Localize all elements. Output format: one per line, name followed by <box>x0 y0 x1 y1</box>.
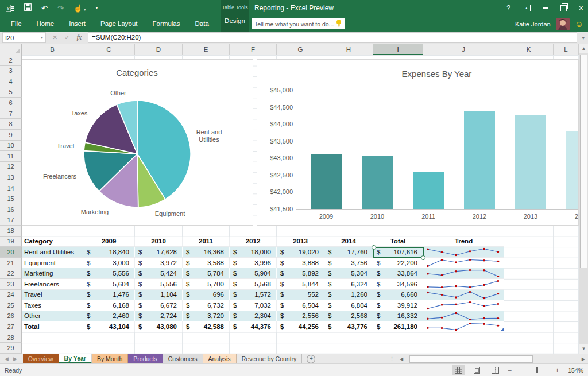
row-header-23[interactable]: 23 <box>0 279 22 290</box>
table-cell[interactable]: $5,844 <box>277 279 324 289</box>
ribbon-tab-page-layout[interactable]: Page Layout <box>93 16 145 32</box>
row-header-13[interactable]: 13 <box>0 172 22 183</box>
table-cell[interactable]: $6,732 <box>183 300 230 311</box>
table-cell[interactable]: $34,596 <box>373 279 423 289</box>
row-header-2[interactable]: 2 <box>0 55 22 66</box>
cancel-icon[interactable]: ✕ <box>52 34 57 41</box>
row-header-29[interactable]: 29 <box>0 343 22 354</box>
bar-2014[interactable] <box>566 131 579 209</box>
sheet-tab-analysis[interactable]: Analysis <box>203 354 237 363</box>
category-cell[interactable]: Taxes <box>22 300 83 311</box>
table-cell[interactable]: $5,556 <box>135 279 183 289</box>
column-header-H[interactable]: H <box>324 44 373 55</box>
column-header-I[interactable]: I <box>373 44 423 55</box>
table-cell[interactable]: $6,672 <box>135 300 183 311</box>
bar-2009[interactable] <box>311 154 342 209</box>
row-header-18[interactable]: 18 <box>0 226 22 237</box>
sheet-tab-revenue-by-country[interactable]: Revenue by Country <box>237 354 303 363</box>
sheet-nav-right-icon[interactable]: ▶ <box>13 356 17 362</box>
name-box[interactable]: I20 ▾ <box>2 32 46 43</box>
row-header-20[interactable]: 20 <box>0 247 22 258</box>
user-name[interactable]: Katie Jordan <box>515 21 551 28</box>
sheet-tab-products[interactable]: Products <box>128 354 163 363</box>
table-cell[interactable]: $39,912 <box>373 300 423 311</box>
insert-function-icon[interactable]: fx <box>76 33 82 42</box>
table-cell[interactable]: $5,304 <box>324 268 373 278</box>
horizontal-scrollbar-thumb[interactable] <box>409 355 533 363</box>
row-header-28[interactable]: 28 <box>0 332 22 343</box>
scroll-down-icon[interactable]: ▼ <box>579 344 588 354</box>
table-cell[interactable]: $2,304 <box>230 311 277 321</box>
row-header-3[interactable]: 3 <box>0 66 22 77</box>
table-cell[interactable] <box>423 268 504 278</box>
table-cell[interactable] <box>423 247 504 257</box>
row-header-22[interactable]: 22 <box>0 268 22 279</box>
table-cell[interactable]: $5,556 <box>83 268 135 278</box>
row-header-12[interactable]: 12 <box>0 162 22 173</box>
table-cell[interactable]: 2010 <box>135 237 183 247</box>
vertical-scrollbar[interactable]: ▲ ▼ <box>579 44 588 354</box>
zoom-out-icon[interactable]: − <box>508 366 512 374</box>
table-cell[interactable]: $19,020 <box>277 247 324 257</box>
table-cell[interactable] <box>423 290 504 300</box>
table-cell[interactable]: $3,588 <box>183 258 230 268</box>
ribbon-tab-insert[interactable]: Insert <box>61 16 93 32</box>
table-cell[interactable]: $5,892 <box>277 268 324 278</box>
zoom-slider[interactable] <box>516 370 551 370</box>
zoom-slider-thumb[interactable] <box>536 367 538 373</box>
row-header-4[interactable]: 4 <box>0 76 22 87</box>
bar-2011[interactable] <box>413 172 444 209</box>
table-cell[interactable]: $44,376 <box>230 321 277 332</box>
pie-chart-panel[interactable]: Categories Rent and UtilitiesEquipmentMa… <box>21 59 253 226</box>
table-cell[interactable]: $1,260 <box>324 290 373 300</box>
minimize-icon[interactable] <box>543 7 548 9</box>
select-all-corner[interactable] <box>0 44 22 55</box>
table-cell[interactable]: $5,784 <box>183 268 230 278</box>
table-cell[interactable]: $5,700 <box>183 279 230 289</box>
table-cell[interactable]: 2013 <box>277 237 324 247</box>
help-icon[interactable]: ? <box>506 5 510 11</box>
row-header-19[interactable]: 19 <box>0 237 22 247</box>
restore-icon[interactable] <box>560 5 567 11</box>
table-cell[interactable]: 2011 <box>183 237 230 247</box>
column-header-F[interactable]: F <box>230 44 277 55</box>
table-cell[interactable]: $2,460 <box>83 311 135 321</box>
column-header-C[interactable]: C <box>83 44 135 55</box>
table-cell[interactable]: $5,424 <box>135 268 183 278</box>
user-avatar[interactable] <box>556 18 570 30</box>
table-cell[interactable]: $3,756 <box>324 258 373 268</box>
normal-view-button[interactable] <box>452 365 465 375</box>
new-sheet-button[interactable]: + <box>307 355 315 363</box>
table-cell[interactable] <box>423 321 504 332</box>
table-cell[interactable]: $1,476 <box>83 290 135 300</box>
table-cell[interactable]: $17,628 <box>135 247 183 257</box>
table-cell[interactable]: $5,604 <box>83 279 135 289</box>
table-cell[interactable]: $3,996 <box>230 258 277 268</box>
table-cell[interactable]: $107,616 <box>373 247 423 257</box>
table-cell[interactable]: $5,568 <box>230 279 277 289</box>
column-header-B[interactable]: B <box>22 44 83 55</box>
horizontal-scrollbar-track[interactable] <box>406 355 579 363</box>
close-icon[interactable]: × <box>579 4 583 12</box>
row-header-6[interactable]: 6 <box>0 98 22 108</box>
table-cell[interactable]: $17,760 <box>324 247 373 257</box>
row-header-26[interactable]: 26 <box>0 311 22 322</box>
sheet-nav-left-icon[interactable]: ◀ <box>5 356 9 362</box>
page-break-preview-button[interactable] <box>489 365 502 375</box>
category-cell[interactable]: Equipment <box>22 258 83 268</box>
tab-design[interactable]: Design <box>221 17 249 24</box>
table-cell[interactable] <box>423 311 504 321</box>
row-header-9[interactable]: 9 <box>0 130 22 141</box>
expand-formula-bar-icon[interactable]: ▾ <box>578 35 588 41</box>
table-cell[interactable]: 2012 <box>230 237 277 247</box>
row-header-21[interactable]: 21 <box>0 258 22 269</box>
table-cell[interactable]: $552 <box>277 290 324 300</box>
table-cell[interactable]: $18,000 <box>230 247 277 257</box>
table-cell[interactable]: $43,776 <box>324 321 373 332</box>
bar-2013[interactable] <box>515 115 546 209</box>
row-header-8[interactable]: 8 <box>0 119 22 130</box>
bar-2010[interactable] <box>362 156 393 209</box>
table-cell[interactable]: $6,324 <box>324 279 373 289</box>
table-cell[interactable]: $7,032 <box>230 300 277 311</box>
ribbon-tab-formulas[interactable]: Formulas <box>145 16 188 32</box>
